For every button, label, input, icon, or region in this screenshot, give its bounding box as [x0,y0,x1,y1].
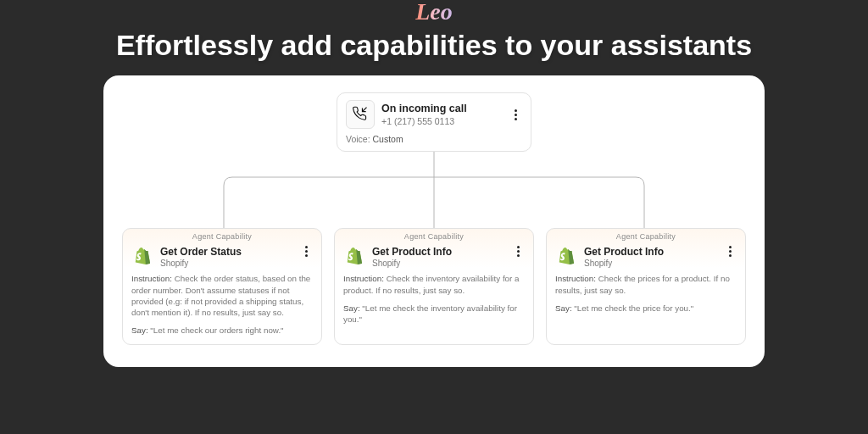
shopify-icon [343,246,365,268]
instruction-label: Instruction: [343,274,384,283]
instruction-label: Instruction: [131,274,172,283]
say-text: "Let me check our orders right now." [150,326,283,335]
page-title: Effortlessly add capabilities to your as… [116,29,752,62]
capability-badge: Agent Capability [123,229,321,242]
shopify-icon [555,246,577,268]
capability-row: Agent Capability Get Order Status Shopif… [122,228,746,345]
flow-connectors [122,152,746,228]
capability-more-button[interactable] [511,246,525,257]
say-label: Say: [131,326,148,335]
flow-root-node[interactable]: On incoming call +1 (217) 555 0113 Voice… [337,92,531,152]
capability-badge: Agent Capability [335,229,533,242]
capability-provider: Shopify [160,259,292,268]
capability-more-button[interactable] [723,246,737,257]
say-text: "Let me check the price for you." [574,303,693,313]
capability-card-1[interactable]: Agent Capability Get Product Info Shopif… [334,228,534,345]
root-phone-number: +1 (217) 555 0113 [381,116,502,126]
capability-title: Get Product Info [372,246,504,258]
shopify-icon [131,246,153,268]
flow-canvas: On incoming call +1 (217) 555 0113 Voice… [103,75,765,367]
capability-provider: Shopify [584,259,716,268]
capability-title: Get Order Status [160,246,292,258]
say-label: Say: [555,303,572,313]
capability-card-2[interactable]: Agent Capability Get Product Info Shopif… [546,228,746,345]
capability-badge: Agent Capability [547,229,745,242]
capability-title: Get Product Info [584,246,716,258]
phone-incoming-icon [346,100,375,129]
capability-provider: Shopify [372,259,504,268]
brand-logo: Leo [415,0,453,24]
capability-more-button[interactable] [299,246,313,257]
root-title: On incoming call [381,103,502,115]
root-voice-value: Custom [373,134,403,144]
instruction-label: Instruction: [555,274,596,283]
say-label: Say: [343,303,360,313]
capability-card-0[interactable]: Agent Capability Get Order Status Shopif… [122,228,322,345]
root-voice-row: Voice: Custom [346,134,522,144]
say-text: "Let me check the inventory availability… [343,303,517,324]
root-more-button[interactable] [509,109,522,120]
root-voice-label: Voice: [346,134,370,144]
svg-line-0 [363,108,367,112]
